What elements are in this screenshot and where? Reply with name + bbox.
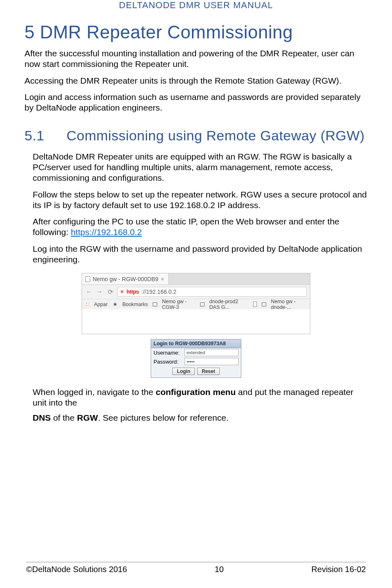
login-title: Login to RGW-000DB93973A8 <box>151 339 241 348</box>
browser-tab[interactable]: Nemo gw - RGW-000DB9 × <box>82 273 169 284</box>
username-label: Username: <box>154 350 182 356</box>
intro-para-3: Login and access information such as use… <box>24 92 368 113</box>
bold-config-menu: configuration menu <box>156 387 236 397</box>
bookmark-2[interactable]: Nemo gw - CGW-3 <box>162 299 195 310</box>
text: of the <box>51 413 77 422</box>
screenshot-block: Nemo gw - RGW-000DB9 × ← → ⟳ ✕ https://1… <box>82 273 310 378</box>
section-heading: 5.1 Commissioning using Remote Gateway (… <box>24 126 368 146</box>
close-tab-icon[interactable]: × <box>161 276 164 282</box>
footer-page-number: 10 <box>215 565 224 574</box>
folder-icon <box>153 302 157 306</box>
page-header-title: DELTANODE DMR USER MANUAL <box>24 0 368 11</box>
back-button[interactable]: ← <box>85 288 93 295</box>
bookmark-1[interactable]: Bookmarks <box>122 302 148 307</box>
folder-icon <box>262 302 266 306</box>
bookmark-3[interactable]: dnode-prod2 DAS G... <box>209 299 249 310</box>
page-footer: ©DeltaNode Solutions 2016 10 Revision 16… <box>26 562 366 574</box>
insecure-icon: ✕ <box>120 289 124 295</box>
intro-para-1: After the successful mounting installati… <box>24 48 368 70</box>
login-dialog: Login to RGW-000DB93973A8 Username: exte… <box>151 339 241 378</box>
section-number: 5.1 <box>24 128 45 143</box>
browser-toolbar: ← → ⟳ ✕ https://192.168.0.2 <box>82 285 310 299</box>
browser-viewport <box>82 309 310 334</box>
browser-tab-title: Nemo gw - RGW-000DB9 <box>93 276 158 282</box>
text: When logged in, navigate to the <box>33 387 156 397</box>
forward-button[interactable]: → <box>96 288 103 295</box>
bookmark-4[interactable]: Nemo gw - dnode-... <box>271 299 307 310</box>
post-screenshot-para-1: When logged in, navigate to the configur… <box>24 387 368 408</box>
url-rest: ://192.168.0.2 <box>141 288 176 295</box>
bold-rgw: RGW <box>77 413 98 422</box>
footer-copyright: ©DeltaNode Solutions 2016 <box>26 565 127 574</box>
apps-icon[interactable] <box>85 302 89 307</box>
footer-revision: Revision 16-02 <box>312 565 366 574</box>
address-bar[interactable]: ✕ https://192.168.0.2 <box>117 287 307 297</box>
reload-button[interactable]: ⟳ <box>107 288 114 296</box>
url-scheme: https <box>127 288 139 295</box>
rgw-url-link[interactable]: https://192.168.0.2 <box>71 227 142 237</box>
folder-icon <box>200 302 205 306</box>
section-para-4: Log into the RGW with the username and p… <box>24 244 368 265</box>
page-icon <box>85 276 90 282</box>
section-title: Commissioning using Remote Gateway (RGW) <box>49 126 365 146</box>
chapter-heading: 5 DMR Repeater Commissioning <box>24 22 368 42</box>
text: . See pictures below for reference. <box>98 413 229 422</box>
section-para-3: After configuring the PC to use the stat… <box>24 216 368 238</box>
login-button[interactable]: Login <box>172 368 195 375</box>
browser-chrome: Nemo gw - RGW-000DB9 × ← → ⟳ ✕ https://1… <box>82 273 310 334</box>
intro-para-2: Accessing the DMR Repeater units is thro… <box>24 75 368 86</box>
password-field[interactable]: ••••• <box>185 358 238 365</box>
page-icon <box>253 302 257 307</box>
star-icon: ★ <box>113 301 118 307</box>
browser-tabstrip: Nemo gw - RGW-000DB9 × <box>82 273 310 285</box>
reset-button[interactable]: Reset <box>197 368 220 375</box>
section-para-1: DeltaNode DMR Repeater units are equippe… <box>24 151 368 184</box>
post-screenshot-para-2: DNS of the RGW. See pictures below for r… <box>24 413 368 423</box>
bold-dns: DNS <box>33 413 51 422</box>
username-field[interactable]: extended <box>185 349 238 356</box>
bookmarks-bar: Appar ★ Bookmarks Nemo gw - CGW-3 dnode-… <box>82 299 310 309</box>
bookmark-apps[interactable]: Appar <box>94 302 107 307</box>
section-para-2: Follow the steps below to set up the rep… <box>24 189 368 211</box>
password-label: Password: <box>154 359 182 365</box>
